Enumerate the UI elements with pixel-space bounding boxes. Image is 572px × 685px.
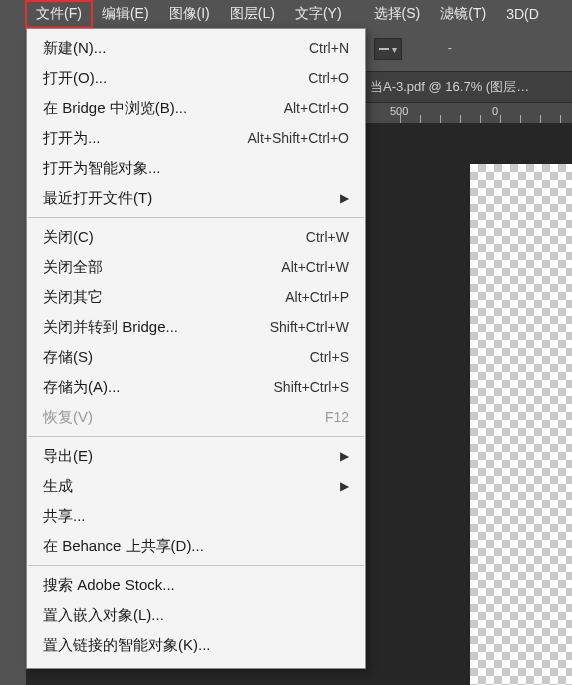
menubar-item-file[interactable]: 文件(F): [26, 1, 92, 27]
file-menu-dropdown: 新建(N)...Ctrl+N打开(O)...Ctrl+O在 Bridge 中浏览…: [26, 28, 366, 669]
menu-item[interactable]: 关闭全部Alt+Ctrl+W: [27, 252, 365, 282]
menu-separator: [28, 565, 364, 566]
options-swatch-dropdown[interactable]: ▾: [374, 38, 402, 60]
menu-item-label: 存储(S): [43, 348, 290, 367]
menu-item-label: 关闭全部: [43, 258, 261, 277]
menu-item[interactable]: 共享...: [27, 501, 365, 531]
menubar-item-edit[interactable]: 编辑(E): [92, 1, 159, 27]
dash-icon: [379, 48, 389, 50]
menu-item-label: 生成: [43, 477, 340, 496]
menu-item-label: 在 Bridge 中浏览(B)...: [43, 99, 264, 118]
menu-item[interactable]: 置入嵌入对象(L)...: [27, 600, 365, 630]
menu-item-label: 置入链接的智能对象(K)...: [43, 636, 349, 655]
menu-item-label: 搜索 Adobe Stock...: [43, 576, 349, 595]
menu-item[interactable]: 置入链接的智能对象(K)...: [27, 630, 365, 660]
menu-item[interactable]: 关闭其它Alt+Ctrl+P: [27, 282, 365, 312]
menubar-item-layer[interactable]: 图层(L): [220, 1, 285, 27]
menu-item-shortcut: Alt+Shift+Ctrl+O: [247, 130, 349, 146]
menu-item-shortcut: Ctrl+S: [310, 349, 349, 365]
menu-item-label: 共享...: [43, 507, 349, 526]
menubar-item-filter[interactable]: 滤镜(T): [430, 1, 496, 27]
menubar: 文件(F) 编辑(E) 图像(I) 图层(L) 文字(Y) 选择(S) 滤镜(T…: [0, 0, 572, 28]
menu-item-shortcut: Alt+Ctrl+O: [284, 100, 349, 116]
menu-item[interactable]: 在 Bridge 中浏览(B)...Alt+Ctrl+O: [27, 93, 365, 123]
menu-item[interactable]: 关闭(C)Ctrl+W: [27, 222, 365, 252]
menu-item-label: 最近打开文件(T): [43, 189, 340, 208]
menu-separator: [28, 217, 364, 218]
menu-item-shortcut: Ctrl+N: [309, 40, 349, 56]
menu-item-shortcut: Shift+Ctrl+S: [274, 379, 349, 395]
menu-item-shortcut: Ctrl+W: [306, 229, 349, 245]
menu-item-shortcut: Ctrl+O: [308, 70, 349, 86]
menubar-item-select[interactable]: 选择(S): [364, 1, 431, 27]
chevron-right-icon: ▶: [340, 191, 349, 205]
menu-item[interactable]: 最近打开文件(T)▶: [27, 183, 365, 213]
menu-item-label: 导出(E): [43, 447, 340, 466]
menu-item-label: 在 Behance 上共享(D)...: [43, 537, 349, 556]
menu-item: 恢复(V)F12: [27, 402, 365, 432]
menubar-item-image[interactable]: 图像(I): [159, 1, 220, 27]
menu-item-label: 关闭(C): [43, 228, 286, 247]
menu-item[interactable]: 搜索 Adobe Stock...: [27, 570, 365, 600]
menu-item-label: 打开为...: [43, 129, 227, 148]
menu-item-label: 置入嵌入对象(L)...: [43, 606, 349, 625]
menu-item-shortcut: Alt+Ctrl+W: [281, 259, 349, 275]
tool-strip[interactable]: [0, 28, 26, 685]
menu-separator: [28, 436, 364, 437]
chevron-down-icon: ▾: [392, 44, 397, 55]
menu-item[interactable]: 在 Behance 上共享(D)...: [27, 531, 365, 561]
menu-item[interactable]: 生成▶: [27, 471, 365, 501]
chevron-right-icon: ▶: [340, 449, 349, 463]
menu-item[interactable]: 关闭并转到 Bridge...Shift+Ctrl+W: [27, 312, 365, 342]
menu-item-label: 恢复(V): [43, 408, 305, 427]
menubar-item-3d[interactable]: 3D(D: [496, 2, 549, 26]
menu-item[interactable]: 导出(E)▶: [27, 441, 365, 471]
menu-item[interactable]: 打开(O)...Ctrl+O: [27, 63, 365, 93]
canvas-transparency-grid: [470, 164, 572, 685]
ruler-label: 0: [492, 105, 498, 117]
menu-item[interactable]: 打开为智能对象...: [27, 153, 365, 183]
options-value: -: [448, 40, 452, 55]
chevron-right-icon: ▶: [340, 479, 349, 493]
menu-item-label: 打开为智能对象...: [43, 159, 349, 178]
menu-item[interactable]: 存储为(A)...Shift+Ctrl+S: [27, 372, 365, 402]
menu-item-label: 打开(O)...: [43, 69, 288, 88]
menubar-item-type[interactable]: 文字(Y): [285, 1, 352, 27]
menu-item[interactable]: 新建(N)...Ctrl+N: [27, 33, 365, 63]
menu-item[interactable]: 打开为...Alt+Shift+Ctrl+O: [27, 123, 365, 153]
document-tab-title[interactable]: 当A-3.pdf @ 16.7% (图层…: [370, 78, 529, 96]
menu-item-shortcut: Shift+Ctrl+W: [270, 319, 349, 335]
menu-item-label: 新建(N)...: [43, 39, 289, 58]
menu-item[interactable]: 存储(S)Ctrl+S: [27, 342, 365, 372]
menu-item-shortcut: F12: [325, 409, 349, 425]
menu-item-shortcut: Alt+Ctrl+P: [285, 289, 349, 305]
menu-item-label: 存储为(A)...: [43, 378, 254, 397]
menu-item-label: 关闭其它: [43, 288, 265, 307]
menu-item-label: 关闭并转到 Bridge...: [43, 318, 250, 337]
